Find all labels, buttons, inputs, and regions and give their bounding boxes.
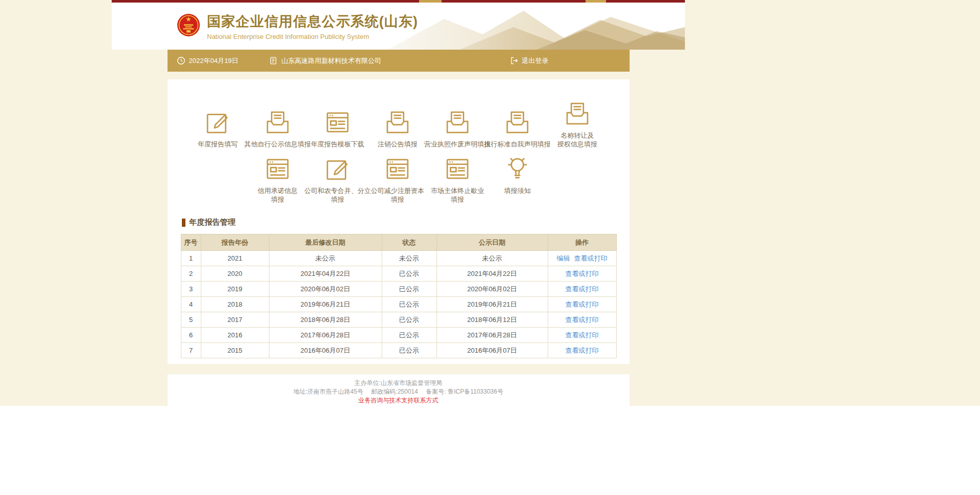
table-cell-actions: 查看或打印 bbox=[548, 312, 616, 328]
support-contact-link[interactable]: 业务咨询与技术支持联系方式 bbox=[359, 397, 439, 404]
table-header-row: 序号报告年份最后修改日期状态公示日期操作 bbox=[181, 234, 616, 251]
action-link[interactable]: 查看或打印 bbox=[566, 285, 599, 293]
column-header: 操作 bbox=[548, 234, 616, 251]
table-cell: 已公示 bbox=[382, 297, 436, 312]
section-marker bbox=[182, 219, 185, 227]
table-cell: 已公示 bbox=[382, 343, 436, 358]
service-item-label: 营业执照作废声明填报 bbox=[424, 140, 491, 149]
footer-icp: 备案号: 鲁ICP备11033036号 bbox=[426, 388, 503, 395]
document-page-icon bbox=[263, 154, 293, 184]
table-cell: 2021年04月22日 bbox=[436, 266, 548, 282]
service-item[interactable]: 公司和农专合并、分立填报 bbox=[308, 154, 368, 205]
table-cell: 已公示 bbox=[382, 266, 436, 282]
inbox-document-icon bbox=[383, 107, 412, 137]
action-link[interactable]: 查看或打印 bbox=[566, 347, 599, 354]
service-item-label: 公司和农专合并、分立填报 bbox=[304, 187, 371, 204]
table-cell: 未公示 bbox=[382, 251, 436, 266]
table-cell: 已公示 bbox=[382, 312, 436, 328]
action-link[interactable]: 编辑 bbox=[557, 254, 570, 262]
column-header: 报告年份 bbox=[201, 234, 269, 251]
site-title: 国家企业信用信息公示系统(山东) bbox=[207, 12, 418, 31]
service-item-label: 名称转让及授权信息填报 bbox=[557, 132, 597, 149]
service-item-label: 年度报告填写 bbox=[198, 140, 238, 149]
service-item-label: 执行标准自我声明填报 bbox=[484, 140, 551, 149]
service-item[interactable]: 其他自行公示信息填报 bbox=[248, 102, 308, 149]
current-date: 2022年04月19日 bbox=[177, 56, 239, 66]
table-cell: 2021年04月22日 bbox=[269, 266, 382, 282]
inbox-document-icon bbox=[443, 107, 472, 137]
table-cell: 2015 bbox=[201, 343, 269, 358]
service-item-label: 其他自行公示信息填报 bbox=[244, 140, 311, 149]
page-footer: 主办单位:山东省市场监督管理局 地址:济南市燕子山路45号 邮政编码:25001… bbox=[168, 374, 630, 406]
service-item-label: 填报须知 bbox=[504, 187, 531, 196]
table-cell: 未公示 bbox=[269, 251, 382, 266]
footer-address: 地址:济南市燕子山路45号 bbox=[294, 388, 364, 395]
services-row-1: 年度报告填写其他自行公示信息填报年度报告模板下载注销公告填报营业执照作废声明填报… bbox=[188, 102, 616, 149]
action-link[interactable]: 查看或打印 bbox=[566, 316, 599, 324]
service-item-label: 市场主体终止歇业填报 bbox=[431, 187, 484, 204]
action-link[interactable]: 查看或打印 bbox=[566, 300, 599, 308]
service-item-label: 公司减少注册资本填报 bbox=[371, 187, 424, 204]
services-row-2: 信用承诺信息填报公司和农专合并、分立填报公司减少注册资本填报市场主体终止歇业填报… bbox=[248, 154, 616, 205]
service-item[interactable]: 信用承诺信息填报 bbox=[248, 154, 308, 205]
table-row: 520172018年06月28日已公示2018年06月12日查看或打印 bbox=[181, 312, 616, 328]
column-header: 序号 bbox=[181, 234, 201, 251]
logout-button[interactable]: 退出登录 bbox=[510, 56, 549, 66]
page-band: 国家企业信用信息公示系统(山东) National Enterprise Cre… bbox=[112, 0, 685, 406]
table-cell: 2018年06月12日 bbox=[436, 312, 548, 328]
table-cell: 7 bbox=[181, 343, 201, 358]
lightbulb-icon bbox=[503, 154, 532, 184]
service-item[interactable]: 填报须知 bbox=[488, 154, 548, 205]
inbox-document-icon bbox=[503, 107, 532, 137]
page-background: 国家企业信用信息公示系统(山东) National Enterprise Cre… bbox=[0, 0, 980, 406]
table-cell: 2016年06月07日 bbox=[436, 343, 548, 358]
table-cell-actions: 查看或打印 bbox=[548, 343, 616, 358]
table-cell: 2019 bbox=[201, 282, 269, 297]
footer-postcode: 邮政编码:250014 bbox=[371, 388, 418, 395]
service-item[interactable]: 名称转让及授权信息填报 bbox=[548, 102, 608, 149]
service-item[interactable]: 注销公告填报 bbox=[368, 102, 428, 149]
footer-contact-line: 地址:济南市燕子山路45号 邮政编码:250014 备案号: 鲁ICP备1103… bbox=[168, 388, 630, 395]
page: 国家企业信用信息公示系统(山东) National Enterprise Cre… bbox=[0, 0, 980, 495]
service-item-label: 信用承诺信息填报 bbox=[258, 187, 298, 204]
table-cell: 已公示 bbox=[382, 282, 436, 297]
table-row: 12021未公示未公示未公示编辑查看或打印 bbox=[181, 251, 616, 266]
section-title: 年度报告管理 bbox=[190, 218, 236, 227]
service-item[interactable]: 执行标准自我声明填报 bbox=[488, 102, 548, 149]
site-header: 国家企业信用信息公示系统(山东) National Enterprise Cre… bbox=[112, 3, 685, 50]
table-cell: 6 bbox=[181, 328, 201, 343]
company-name: 山东高速路用新材料技术有限公司 bbox=[281, 56, 381, 66]
logout-icon bbox=[510, 56, 518, 65]
table-cell: 5 bbox=[181, 312, 201, 328]
service-item[interactable]: 公司减少注册资本填报 bbox=[368, 154, 428, 205]
table-cell: 3 bbox=[181, 282, 201, 297]
table-cell: 2017年06月28日 bbox=[436, 328, 548, 343]
clock-icon bbox=[177, 56, 185, 65]
service-item[interactable]: 年度报告模板下载 bbox=[308, 102, 368, 149]
column-header: 状态 bbox=[382, 234, 436, 251]
table-cell: 已公示 bbox=[382, 328, 436, 343]
column-header: 最后修改日期 bbox=[269, 234, 382, 251]
date-label: 2022年04月19日 bbox=[189, 56, 239, 66]
table-row: 720152016年06月07日已公示2016年06月07日查看或打印 bbox=[181, 343, 616, 358]
service-item[interactable]: 年度报告填写 bbox=[188, 102, 248, 149]
site-titles: 国家企业信用信息公示系统(山东) National Enterprise Cre… bbox=[207, 12, 418, 40]
table-cell: 2017 bbox=[201, 312, 269, 328]
table-cell: 2018 bbox=[201, 297, 269, 312]
table-cell: 2019年06月21日 bbox=[436, 297, 548, 312]
action-link[interactable]: 查看或打印 bbox=[566, 331, 599, 339]
action-link[interactable]: 查看或打印 bbox=[574, 254, 608, 262]
table-cell: 2020年06月02日 bbox=[269, 282, 382, 297]
service-item[interactable]: 市场主体终止歇业填报 bbox=[428, 154, 488, 205]
table-cell: 2020 bbox=[201, 266, 269, 282]
action-link[interactable]: 查看或打印 bbox=[566, 270, 599, 277]
table-cell: 2021 bbox=[201, 251, 269, 266]
table-row: 220202021年04月22日已公示2021年04月22日查看或打印 bbox=[181, 266, 616, 282]
table-row: 320192020年06月02日已公示2020年06月02日查看或打印 bbox=[181, 282, 616, 297]
service-item[interactable]: 营业执照作废声明填报 bbox=[428, 102, 488, 149]
company-badge-icon bbox=[269, 56, 278, 65]
table-row: 420182019年06月21日已公示2019年06月21日查看或打印 bbox=[181, 297, 616, 312]
edit-icon bbox=[203, 107, 233, 137]
service-item-label: 年度报告模板下载 bbox=[311, 140, 364, 149]
table-cell: 4 bbox=[181, 297, 201, 312]
